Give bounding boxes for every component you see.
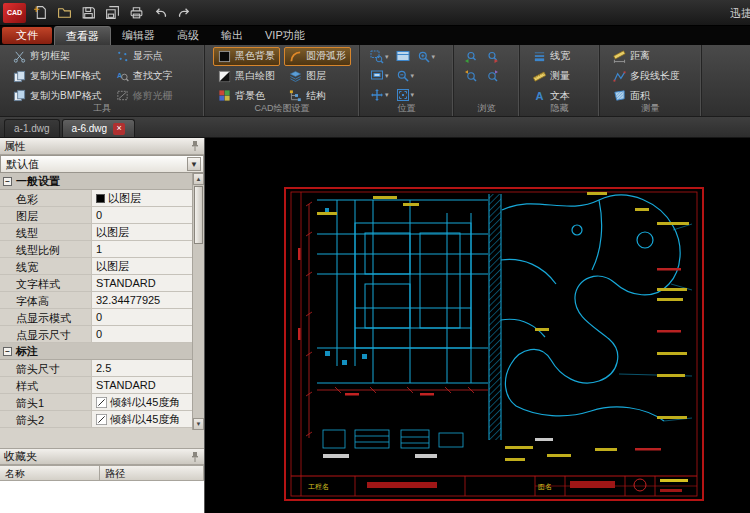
properties-scrollbar[interactable]: ▲ ▼ <box>192 173 204 430</box>
print-button[interactable] <box>124 3 148 23</box>
ribbon-button-label: 结构 <box>306 89 326 103</box>
save-button[interactable] <box>76 3 100 23</box>
ribbon-view-zoom-next-button[interactable] <box>483 67 501 85</box>
ribbon-find-text-button[interactable]: A查找文字 <box>111 67 178 86</box>
doc-tab[interactable]: a-1.dwg <box>4 119 60 137</box>
menu-tab-vip[interactable]: VIP功能 <box>254 26 316 45</box>
property-row[interactable]: 样式STANDARD <box>0 377 193 394</box>
property-row[interactable]: 点显示模式0 <box>0 309 193 326</box>
pan-icon <box>370 88 384 102</box>
scroll-up-icon[interactable]: ▲ <box>193 173 204 185</box>
ribbon-zoom-window-button[interactable]: ▾ <box>368 48 391 66</box>
property-row[interactable]: 线宽以图层 <box>0 258 193 275</box>
scrollbar-thumb[interactable] <box>194 186 203 244</box>
collapse-icon[interactable]: − <box>3 347 12 356</box>
ribbon-distance-button[interactable]: 距离 <box>608 47 685 66</box>
ribbon-pan-button[interactable]: ▾ <box>368 86 391 104</box>
favorites-panel-header: 收藏夹 <box>0 448 204 465</box>
ribbon-button-label: 面积 <box>630 89 650 103</box>
ribbon-button-label: 图层 <box>306 69 326 83</box>
ribbon-button-label: 修剪光栅 <box>133 89 173 103</box>
menu-tab-viewer[interactable]: 查看器 <box>54 26 111 45</box>
property-group-header[interactable]: −标注 <box>0 343 193 360</box>
property-row[interactable]: 箭头2倾斜/以45度角 <box>0 411 193 428</box>
collapse-icon[interactable]: − <box>3 177 12 186</box>
detail-sections <box>323 430 463 448</box>
doc-new-icon <box>33 5 48 20</box>
view-prev-icon <box>464 50 478 64</box>
menu-tab-output[interactable]: 输出 <box>210 26 254 45</box>
zoom-box-icon <box>370 69 384 83</box>
ribbon-zoom-in-button[interactable]: ▾ <box>415 48 438 66</box>
ribbon-view-zoom-prev-button[interactable] <box>462 67 480 85</box>
plan-fills <box>325 208 367 365</box>
ribbon-line-width-button[interactable]: 线宽 <box>528 47 575 66</box>
save-all-button[interactable] <box>100 3 124 23</box>
folder-open-icon <box>57 5 72 20</box>
property-row[interactable]: 图层0 <box>0 207 193 224</box>
doc-tab[interactable]: a-6.dwg× <box>62 119 136 137</box>
ribbon-button-label: 复制为BMP格式 <box>30 89 102 103</box>
ribbon-copy-emf-button[interactable]: 复制为EMF格式 <box>8 67 107 86</box>
favorites-column-header[interactable]: 名称 <box>0 465 100 481</box>
redo-button[interactable] <box>172 3 196 23</box>
ribbon-button-label: 距离 <box>630 49 650 63</box>
doc-new-button[interactable] <box>28 3 52 23</box>
preset-dropdown[interactable]: 默认值 ▼ <box>0 155 204 173</box>
undo-button[interactable] <box>148 3 172 23</box>
ribbon-zoom-all-button[interactable] <box>394 48 412 66</box>
file-menu-button[interactable]: 文件 <box>2 27 52 44</box>
ribbon-group-label: 隐藏 <box>520 102 599 115</box>
favorites-column-headers: 名称路径 <box>0 465 204 481</box>
property-value-text: 32.34477925 <box>96 294 160 306</box>
chevron-down-icon: ▾ <box>385 53 389 61</box>
scroll-down-icon[interactable]: ▼ <box>193 418 204 430</box>
favorites-column-header[interactable]: 路径 <box>100 465 204 481</box>
property-row[interactable]: 文字样式STANDARD <box>0 275 193 292</box>
property-row[interactable]: 线型以图层 <box>0 224 193 241</box>
property-row[interactable]: 箭头1倾斜/以45度角 <box>0 394 193 411</box>
ribbon-polyline-length-button[interactable]: 多段线长度 <box>608 67 685 86</box>
property-row[interactable]: 色彩以图层 <box>0 190 193 207</box>
property-row[interactable]: 线型比例1 <box>0 241 193 258</box>
ribbon-zoom-out-button[interactable]: ▾ <box>394 67 417 85</box>
property-row[interactable]: 字体高32.34477925 <box>0 292 193 309</box>
property-row[interactable]: 点显示尺寸0 <box>0 326 193 343</box>
pin-icon[interactable] <box>190 451 200 463</box>
close-tab-icon[interactable]: × <box>113 123 125 135</box>
menu-tab-advanced[interactable]: 高级 <box>166 26 210 45</box>
folder-open-button[interactable] <box>52 3 76 23</box>
ribbon-button-label: 黑色背景 <box>235 49 275 63</box>
quick-access-toolbar <box>28 3 196 23</box>
ribbon-view-next-button[interactable] <box>483 48 501 66</box>
ribbon-black-bg-button[interactable]: 黑色背景 <box>213 47 280 66</box>
ribbon-button-label: 多段线长度 <box>630 69 680 83</box>
pin-icon[interactable] <box>190 140 200 152</box>
chevron-down-icon: ▼ <box>187 157 201 171</box>
ribbon-group-tools: 剪切框架复制为EMF格式复制为BMP格式显示点A查找文字修剪光栅工具 <box>0 45 205 116</box>
ribbon-measure-ruler-button[interactable]: 测量 <box>528 67 575 86</box>
property-value: 32.34477925 <box>92 292 193 308</box>
property-value: STANDARD <box>92 377 193 393</box>
ribbon-zoom-extents-button[interactable]: ▾ <box>394 86 417 104</box>
ribbon-button-label: 显示点 <box>133 49 163 63</box>
menu-tab-editor[interactable]: 编辑器 <box>111 26 166 45</box>
ribbon-show-points-button[interactable]: 显示点 <box>111 47 178 66</box>
favorites-list[interactable] <box>0 481 204 513</box>
drawing-canvas[interactable]: 工程名 图名 <box>205 138 750 513</box>
ribbon-layers-button[interactable]: 图层 <box>284 67 351 86</box>
dimension-lines <box>306 202 488 438</box>
ribbon-zoom-box-button[interactable]: ▾ <box>368 67 391 85</box>
ribbon-bw-draw-button[interactable]: 黑白绘图 <box>213 67 280 86</box>
undo-icon <box>153 5 168 20</box>
property-row[interactable]: 箭头尺寸2.5 <box>0 360 193 377</box>
area-icon <box>613 89 626 102</box>
ribbon-smooth-arc-button[interactable]: 圆滑弧形 <box>284 47 351 66</box>
view-next-icon <box>485 50 499 64</box>
line-width-icon <box>533 50 546 63</box>
ribbon-crop-frame-button[interactable]: 剪切框架 <box>8 47 107 66</box>
property-group-header[interactable]: −一般设置 <box>0 173 193 190</box>
property-value-text: 1 <box>96 243 102 255</box>
ribbon-view-prev-button[interactable] <box>462 48 480 66</box>
ribbon-group-label: 位置 <box>360 102 453 115</box>
